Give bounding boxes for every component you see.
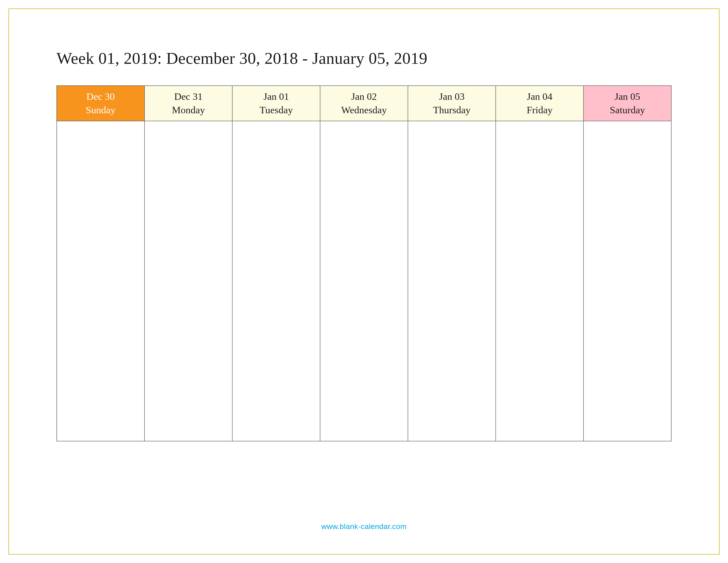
day-header-friday: Jan 04 Friday: [496, 86, 584, 121]
day-cell-thursday[interactable]: [408, 121, 496, 441]
page-border: Week 01, 2019: December 30, 2018 - Janua…: [8, 8, 720, 555]
day-header-thursday: Jan 03 Thursday: [408, 86, 496, 121]
day-header-name: Wednesday: [321, 103, 407, 117]
day-header-tuesday: Jan 01 Tuesday: [232, 86, 320, 121]
day-cell-wednesday[interactable]: [320, 121, 408, 441]
page-title: Week 01, 2019: December 30, 2018 - Janua…: [56, 49, 672, 68]
day-header-wednesday: Jan 02 Wednesday: [320, 86, 408, 121]
day-header-date: Jan 02: [321, 90, 407, 103]
day-header-date: Dec 30: [58, 90, 143, 103]
calendar-content: Week 01, 2019: December 30, 2018 - Janua…: [56, 49, 672, 441]
day-header-name: Tuesday: [233, 103, 319, 117]
day-header-date: Dec 31: [146, 90, 231, 103]
day-header-monday: Dec 31 Monday: [144, 86, 232, 121]
day-header-saturday: Jan 05 Saturday: [584, 86, 671, 121]
day-header-name: Friday: [497, 103, 582, 117]
weekly-calendar-table: Dec 30 Sunday Dec 31 Monday Jan 01 Tuesd…: [56, 85, 672, 441]
day-header-date: Jan 01: [233, 90, 319, 103]
day-cell-monday[interactable]: [144, 121, 232, 441]
day-header-name: Thursday: [409, 103, 495, 117]
day-header-name: Sunday: [58, 103, 143, 117]
footer-link[interactable]: www.blank-calendar.com: [9, 522, 719, 531]
day-header-date: Jan 03: [409, 90, 495, 103]
body-row: [57, 121, 671, 441]
day-cell-tuesday[interactable]: [232, 121, 320, 441]
header-row: Dec 30 Sunday Dec 31 Monday Jan 01 Tuesd…: [57, 86, 671, 121]
day-header-name: Monday: [146, 103, 231, 117]
day-header-sunday: Dec 30 Sunday: [57, 86, 144, 121]
day-header-date: Jan 05: [585, 90, 670, 103]
day-cell-sunday[interactable]: [57, 121, 144, 441]
day-header-name: Saturday: [585, 103, 670, 117]
day-cell-saturday[interactable]: [584, 121, 671, 441]
day-cell-friday[interactable]: [496, 121, 584, 441]
day-header-date: Jan 04: [497, 90, 582, 103]
